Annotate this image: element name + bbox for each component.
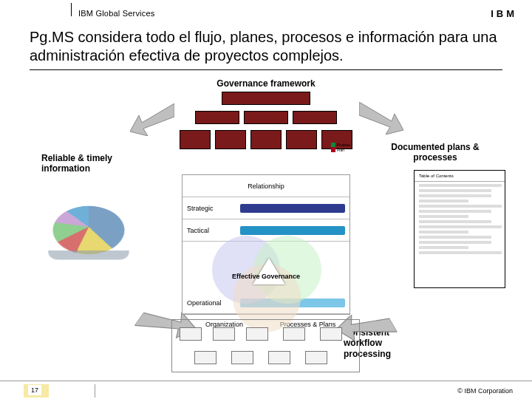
doc-line [419,231,468,233]
label-governance: Governance framework [0,78,532,89]
eff-body: Effective Governance [183,242,349,292]
arrow-icon [130,103,174,136]
eff-operational: Operational [183,299,236,307]
arrow-icon [359,102,403,134]
doc-line [419,251,502,254]
label-reliable: Reliable & timely information [41,153,130,174]
wf-box [305,351,327,364]
doc-line [419,210,491,213]
wf-box [231,351,253,364]
gov-box-sm [286,130,317,149]
doc-line [419,200,468,202]
header: IBM Global Services IBM [72,4,517,22]
svg-marker-0 [130,103,174,136]
eff-relationship: Relationship [183,175,349,197]
bar-strategic [240,204,345,213]
page-number: 17 [28,385,41,395]
eff-center: Effective Governance [183,273,349,280]
pie-icon [47,206,129,254]
gov-box-sm [215,130,246,149]
doc-line [419,194,491,197]
wf-box [213,327,235,341]
doc-line [419,236,491,239]
wf-box [320,327,342,341]
workflow-diagram [171,319,360,372]
gov-box-mid [244,111,288,124]
header-divider [71,3,72,16]
wf-box [283,327,305,341]
pie-legend [30,181,148,185]
pie-chart [30,181,148,277]
doc-line [419,184,502,187]
doc-line [419,215,468,218]
wf-box [180,327,202,341]
eff-tactical: Tactical [183,227,236,234]
gov-box-top [222,92,310,105]
title-underline [30,69,502,70]
doc-title: Table of Contents [415,171,505,182]
wf-box [194,351,216,364]
gov-box-mid [195,111,239,124]
ibm-logo: IBM [491,8,517,19]
copyright: © IBM Corporation [457,387,513,395]
gov-legend: Process Plan [331,143,358,152]
gov-box-mid [293,111,337,124]
doc-line [419,241,491,244]
triangle-icon [253,258,285,284]
doc-line [419,220,491,223]
slide-title: Pg.MS considera todo el flujo, planes, p… [30,28,502,65]
header-org: IBM Global Services [72,9,154,18]
slide: IBM Global Services IBM Pg.MS considera … [0,0,532,399]
wf-box [246,327,268,341]
effective-governance-diagram: Relationship Strategic Tactical Effectiv… [182,174,350,315]
wf-box [268,351,290,364]
svg-marker-1 [359,102,403,134]
bar-tactical [240,226,345,235]
document-mock: Table of Contents [414,170,505,288]
footer-divider [95,384,95,398]
gov-box-sm [180,130,211,149]
doc-line [419,189,491,192]
footer: 17 © IBM Corporation [0,378,532,399]
governance-diagram: Process Plan [175,92,356,149]
label-documented: Documented plans & processes [380,142,491,163]
gov-box-sm [250,130,282,149]
doc-line [419,246,468,249]
legend-plan: Plan [337,148,341,152]
doc-line [419,205,502,208]
legend-swatch-plan [331,148,335,152]
eff-strategic: Strategic [183,205,236,212]
doc-line [419,225,502,228]
footer-line [0,381,532,381]
